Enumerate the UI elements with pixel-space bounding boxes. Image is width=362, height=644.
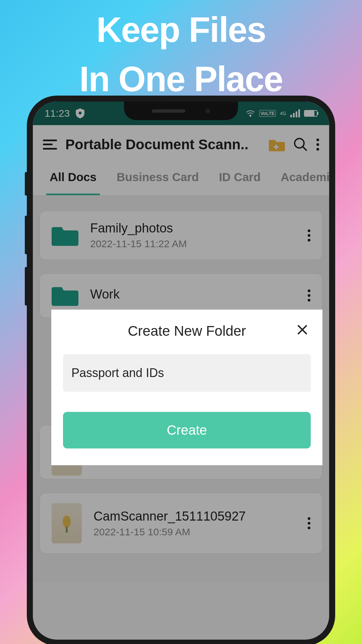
phone-screen: 11:23 VoLTE 4G [33,102,329,640]
promo-heading: Keep Files In One Place [0,0,362,104]
phone-frame: 11:23 VoLTE 4G [27,96,335,644]
dialog-title: Create New Folder [128,323,246,339]
folder-name-input[interactable] [63,354,311,392]
close-icon[interactable] [294,321,311,338]
promo-line-1: Keep Files [0,5,362,54]
create-folder-dialog: Create New Folder Create [51,310,322,465]
create-button[interactable]: Create [63,412,311,448]
